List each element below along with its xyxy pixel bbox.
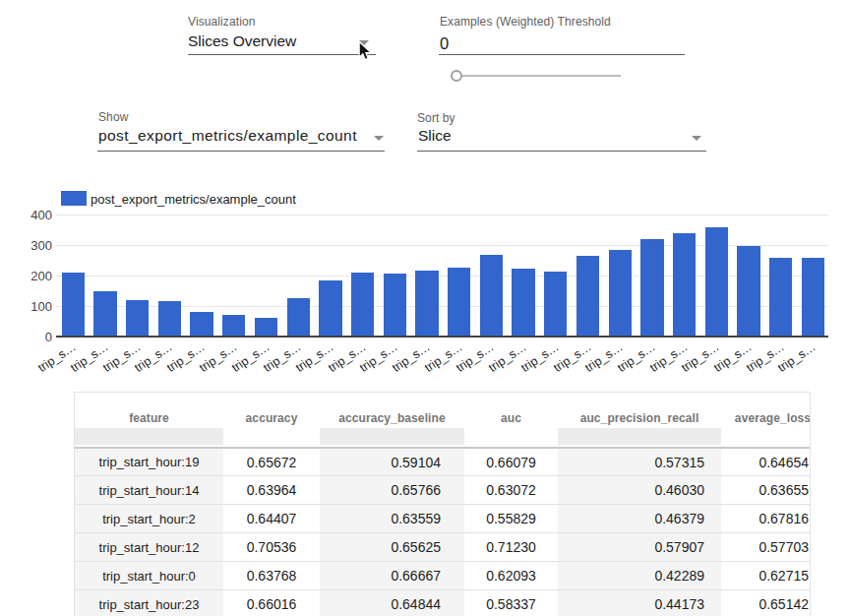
table-cell: 0.57315 xyxy=(558,448,721,476)
bar[interactable] xyxy=(737,246,759,336)
table-cell: trip_start_hour:2 xyxy=(75,505,223,533)
table-cell: 0.65672 xyxy=(223,448,320,476)
legend-swatch xyxy=(61,191,87,206)
filter-cell[interactable] xyxy=(464,426,558,448)
filter-input[interactable] xyxy=(464,428,558,445)
y-axis-tick-label: 100 xyxy=(17,300,52,313)
metrics-table-container[interactable]: featureaccuracyaccuracy_baselineaucauc_p… xyxy=(74,392,811,616)
mouse-cursor xyxy=(358,41,372,62)
table-header-row: featureaccuracyaccuracy_baselineaucauc_p… xyxy=(75,393,811,426)
column-header[interactable]: accuracy_baseline xyxy=(320,393,464,426)
threshold-slider-knob[interactable] xyxy=(451,70,462,82)
bar[interactable] xyxy=(769,258,792,336)
table-cell: trip_start_hour:23 xyxy=(75,589,223,616)
threshold-slider-track[interactable] xyxy=(456,75,621,77)
table-cell: 0.65766 xyxy=(320,476,464,505)
table-cell: 0.55829 xyxy=(464,505,558,533)
show-select[interactable]: post_export_metrics/example_count xyxy=(98,127,357,145)
filter-cell[interactable] xyxy=(223,426,320,448)
bar[interactable] xyxy=(673,233,696,336)
bar[interactable] xyxy=(544,272,567,336)
threshold-label: Examples (Weighted) Threshold xyxy=(440,15,611,29)
table-cell: 0.42289 xyxy=(558,562,721,590)
table-cell: 0.46030 xyxy=(558,476,721,505)
filter-cell[interactable] xyxy=(558,426,721,448)
bar-chart-plot-area xyxy=(56,215,828,337)
table-cell: 0.62093 xyxy=(464,562,558,590)
bar[interactable] xyxy=(512,269,534,337)
chevron-down-icon[interactable] xyxy=(692,136,701,141)
filter-cell[interactable] xyxy=(721,426,811,448)
bar[interactable] xyxy=(705,227,728,336)
table-cell: 0.67816 xyxy=(721,505,811,533)
bar[interactable] xyxy=(640,239,663,336)
filter-input[interactable] xyxy=(721,428,811,445)
bar[interactable] xyxy=(158,301,181,336)
bar[interactable] xyxy=(126,300,149,336)
table-cell: 0.64844 xyxy=(320,589,464,616)
table-cell: 0.46379 xyxy=(558,505,721,533)
bar[interactable] xyxy=(480,255,503,336)
sort-by-select[interactable]: Slice xyxy=(418,127,452,145)
table-cell: 0.63768 xyxy=(223,562,320,590)
show-label: Show xyxy=(98,110,128,124)
table-row[interactable]: trip_start_hour:190.656720.591040.660790… xyxy=(75,448,811,476)
bar[interactable] xyxy=(255,318,277,336)
visualization-select[interactable]: Slices Overview xyxy=(188,32,296,50)
column-header[interactable]: accuracy xyxy=(223,393,320,426)
bar[interactable] xyxy=(384,274,406,336)
visualization-label: Visualization xyxy=(188,15,255,29)
table-cell: 0.63655 xyxy=(721,476,811,505)
filter-cell[interactable] xyxy=(320,426,464,448)
bar[interactable] xyxy=(287,298,310,336)
bar[interactable] xyxy=(576,256,599,336)
gridline xyxy=(56,215,828,216)
table-row[interactable]: trip_start_hour:00.637680.666670.620930.… xyxy=(75,562,811,590)
column-header[interactable]: average_loss xyxy=(721,393,811,426)
table-row[interactable]: trip_start_hour:230.660160.648440.583370… xyxy=(75,589,811,616)
show-underline xyxy=(97,151,385,152)
table-row[interactable]: trip_start_hour:120.705360.656250.712300… xyxy=(75,533,811,562)
threshold-input[interactable]: 0 xyxy=(440,34,449,53)
threshold-underline xyxy=(439,54,685,55)
bar[interactable] xyxy=(609,250,632,336)
filter-input[interactable] xyxy=(320,428,464,445)
sort-by-underline xyxy=(417,151,706,152)
bar[interactable] xyxy=(222,315,245,336)
table-filter-row xyxy=(75,426,811,448)
column-header[interactable]: auc_precision_recall xyxy=(558,393,721,426)
y-axis-tick-label: 400 xyxy=(17,209,52,221)
metrics-table: featureaccuracyaccuracy_baselineaucauc_p… xyxy=(75,393,811,616)
filter-input[interactable] xyxy=(558,428,721,445)
filter-cell[interactable] xyxy=(75,426,223,448)
table-cell: 0.57907 xyxy=(558,533,721,562)
y-axis-tick-label: 200 xyxy=(17,270,52,282)
bar[interactable] xyxy=(62,273,85,336)
column-header[interactable]: auc xyxy=(464,393,558,426)
bar[interactable] xyxy=(319,280,341,336)
column-header[interactable]: feature xyxy=(75,393,223,426)
table-cell: trip_start_hour:0 xyxy=(75,562,223,590)
table-row[interactable]: trip_start_hour:20.644070.635590.558290.… xyxy=(75,505,811,533)
table-cell: 0.71230 xyxy=(464,533,558,562)
sort-by-label: Sort by xyxy=(417,111,455,125)
table-cell: 0.66016 xyxy=(223,589,320,616)
bar[interactable] xyxy=(448,268,470,336)
bar[interactable] xyxy=(93,291,116,336)
table-cell: trip_start_hour:12 xyxy=(75,533,223,562)
bar[interactable] xyxy=(190,312,212,336)
chevron-down-icon[interactable] xyxy=(374,136,384,141)
table-row[interactable]: trip_start_hour:140.639640.657660.630720… xyxy=(75,476,811,505)
table-cell: 0.65142 xyxy=(721,589,811,616)
table-cell: 0.63559 xyxy=(320,505,464,533)
bar[interactable] xyxy=(802,258,824,336)
table-cell: 0.64407 xyxy=(223,505,320,533)
filter-input[interactable] xyxy=(75,428,223,445)
table-cell: trip_start_hour:19 xyxy=(75,448,223,476)
filter-input[interactable] xyxy=(223,428,320,445)
bar[interactable] xyxy=(415,271,438,336)
table-cell: 0.66667 xyxy=(320,562,464,590)
y-axis-tick-label: 0 xyxy=(17,331,52,343)
table-cell: 0.63072 xyxy=(464,476,558,505)
bar[interactable] xyxy=(351,273,374,336)
